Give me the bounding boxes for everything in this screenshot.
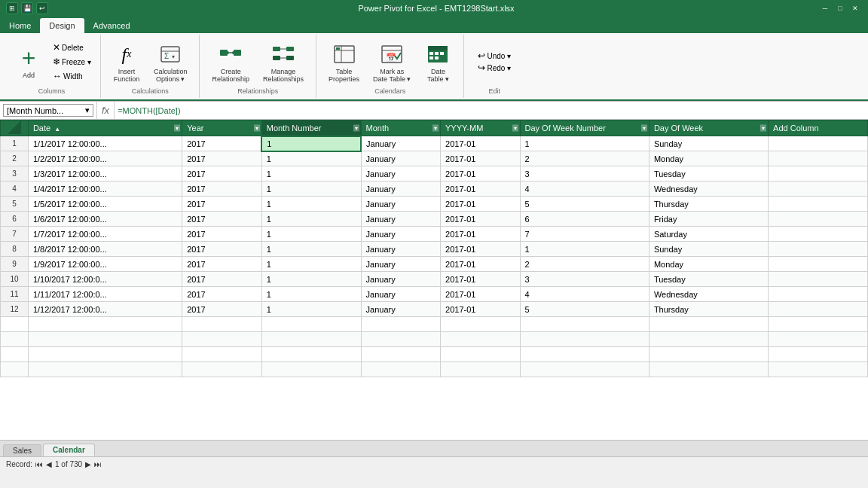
cell-dow-number[interactable]: 2: [520, 257, 649, 272]
calculation-options-button[interactable]: Σ ▾ CalculationOptions ▾: [148, 39, 194, 84]
cell-year[interactable]: 2017: [182, 242, 261, 257]
empty-cell[interactable]: [182, 362, 261, 377]
empty-cell[interactable]: [361, 347, 440, 362]
cell-dow[interactable]: Thursday: [649, 302, 768, 317]
cell-add-col[interactable]: [769, 302, 868, 317]
date-table-button[interactable]: DateTable ▾: [418, 39, 457, 84]
empty-cell[interactable]: [182, 332, 261, 347]
tab-home[interactable]: Home: [0, 18, 40, 33]
cell-yyyymm[interactable]: 2017-01: [441, 257, 520, 272]
cell-add-col[interactable]: [769, 166, 868, 181]
mark-as-date-table-button[interactable]: 📅 Mark asDate Table ▾: [367, 39, 417, 84]
empty-cell[interactable]: [441, 362, 520, 377]
empty-cell[interactable]: [649, 332, 768, 347]
empty-cell[interactable]: [28, 317, 182, 332]
cell-month-number[interactable]: 1: [261, 287, 361, 302]
cell-month-number[interactable]: 1: [261, 302, 361, 317]
cell-month[interactable]: January: [361, 272, 440, 287]
cell-dow-number[interactable]: 2: [520, 151, 649, 166]
cell-year[interactable]: 2017: [182, 166, 261, 181]
sheet-tab-sales[interactable]: Sales: [3, 444, 41, 456]
col-header-dow-number[interactable]: Day Of Week Number ▾: [520, 120, 649, 136]
cell-dow[interactable]: Tuesday: [649, 272, 768, 287]
cell-month[interactable]: January: [361, 136, 440, 151]
minimize-button[interactable]: ─: [818, 3, 832, 14]
cell-year[interactable]: 2017: [182, 197, 261, 212]
col-header-month[interactable]: Month ▾: [361, 120, 440, 136]
cell-yyyymm[interactable]: 2017-01: [441, 166, 520, 181]
cell-date[interactable]: 1/9/2017 12:00:00...: [28, 257, 182, 272]
cell-add-col[interactable]: [769, 181, 868, 197]
year-filter-button[interactable]: ▾: [254, 125, 260, 132]
cell-dow-number[interactable]: 1: [520, 242, 649, 257]
close-button[interactable]: ✕: [848, 3, 862, 14]
insert-function-button[interactable]: fx InsertFunction: [107, 39, 146, 84]
cell-month[interactable]: January: [361, 151, 440, 166]
empty-cell[interactable]: [649, 362, 768, 377]
cell-yyyymm[interactable]: 2017-01: [441, 181, 520, 197]
col-header-date[interactable]: Date ▲ ▾: [28, 120, 182, 136]
cell-dow-number[interactable]: 5: [520, 197, 649, 212]
name-box[interactable]: [Month Numb... ▾: [3, 104, 93, 117]
empty-cell[interactable]: [361, 332, 440, 347]
cell-month[interactable]: January: [361, 302, 440, 317]
cell-month-number[interactable]: 1: [261, 166, 361, 181]
cell-dow-number[interactable]: 3: [520, 272, 649, 287]
empty-cell[interactable]: [441, 317, 520, 332]
empty-cell[interactable]: [182, 347, 261, 362]
yyyymm-filter-button[interactable]: ▾: [512, 125, 518, 132]
cell-dow-number[interactable]: 4: [520, 181, 649, 197]
empty-cell[interactable]: [28, 332, 182, 347]
cell-year[interactable]: 2017: [182, 227, 261, 242]
cell-date[interactable]: 1/2/2017 12:00:00...: [28, 151, 182, 166]
empty-cell[interactable]: [649, 347, 768, 362]
cell-month-number[interactable]: 1: [261, 136, 361, 151]
empty-cell[interactable]: [520, 362, 649, 377]
back-icon[interactable]: ↩: [36, 2, 48, 14]
cell-month[interactable]: January: [361, 166, 440, 181]
cell-dow[interactable]: Monday: [649, 151, 768, 166]
cell-add-col[interactable]: [769, 257, 868, 272]
cell-dow[interactable]: Wednesday: [649, 287, 768, 302]
redo-button[interactable]: ↪ Redo ▾: [475, 62, 514, 74]
nav-last[interactable]: ⏭: [94, 460, 102, 468]
cell-dow[interactable]: Saturday: [649, 227, 768, 242]
cell-yyyymm[interactable]: 2017-01: [441, 272, 520, 287]
empty-cell[interactable]: [1, 362, 29, 377]
empty-cell[interactable]: [261, 347, 361, 362]
empty-cell[interactable]: [769, 347, 868, 362]
cell-yyyymm[interactable]: 2017-01: [441, 197, 520, 212]
cell-month-number[interactable]: 1: [261, 257, 361, 272]
cell-dow[interactable]: Monday: [649, 257, 768, 272]
monthnum-filter-button[interactable]: ▾: [353, 124, 359, 131]
cell-date[interactable]: 1/10/2017 12:00:0...: [28, 272, 182, 287]
cell-yyyymm[interactable]: 2017-01: [441, 136, 520, 151]
cell-month-number[interactable]: 1: [261, 242, 361, 257]
cell-add-col[interactable]: [769, 242, 868, 257]
manage-relationships-button[interactable]: ManageRelationships: [257, 39, 310, 84]
cell-year[interactable]: 2017: [182, 181, 261, 197]
cell-add-col[interactable]: [769, 272, 868, 287]
empty-cell[interactable]: [769, 317, 868, 332]
cell-month-number[interactable]: 1: [261, 181, 361, 197]
cell-date[interactable]: 1/11/2017 12:00:0...: [28, 287, 182, 302]
cell-yyyymm[interactable]: 2017-01: [441, 151, 520, 166]
cell-dow-number[interactable]: 4: [520, 287, 649, 302]
empty-cell[interactable]: [28, 362, 182, 377]
cell-yyyymm[interactable]: 2017-01: [441, 212, 520, 227]
empty-cell[interactable]: [28, 347, 182, 362]
empty-cell[interactable]: [1, 317, 29, 332]
undo-button[interactable]: ↩ Undo ▾: [475, 50, 514, 62]
col-header-dow[interactable]: Day Of Week ▾: [649, 120, 768, 136]
dow-filter-button[interactable]: ▾: [760, 125, 766, 132]
cell-yyyymm[interactable]: 2017-01: [441, 287, 520, 302]
create-relationship-button[interactable]: CreateRelationship: [206, 39, 255, 84]
cell-date[interactable]: 1/7/2017 12:00:00...: [28, 227, 182, 242]
col-header-add[interactable]: Add Column: [769, 120, 868, 136]
downum-filter-button[interactable]: ▾: [641, 125, 647, 132]
cell-add-col[interactable]: [769, 136, 868, 151]
cell-month[interactable]: January: [361, 197, 440, 212]
cell-month-number[interactable]: 1: [261, 212, 361, 227]
month-filter-button[interactable]: ▾: [432, 125, 439, 132]
cell-date[interactable]: 1/8/2017 12:00:00...: [28, 242, 182, 257]
